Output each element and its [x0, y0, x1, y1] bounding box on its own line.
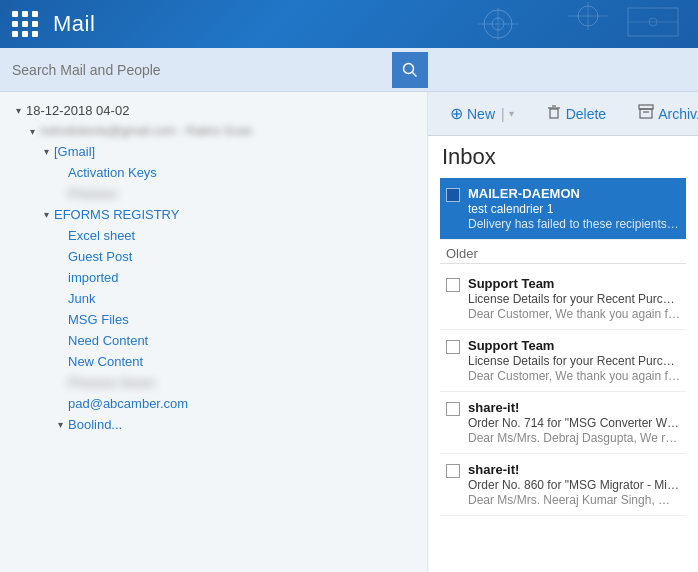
chevron-collapse-icon: ▾	[10, 105, 26, 116]
mail-preview-2: Dear Ms/Mrs. Debraj Dasgupta, We receive…	[468, 431, 680, 445]
delete-button[interactable]: Delete	[540, 100, 612, 127]
mail-subject: test calendrier 1	[468, 202, 680, 216]
section-label-older: Older	[440, 240, 686, 264]
svg-line-11	[413, 72, 417, 76]
new-dropdown-icon[interactable]: |	[501, 106, 505, 122]
mail-preview-1: Dear Customer, We thank you again for ch…	[468, 369, 680, 383]
date-group[interactable]: ▾ 18-12-2018 04-02	[0, 100, 427, 121]
mail-checkbox-2[interactable]	[446, 402, 460, 416]
search-input[interactable]	[12, 62, 392, 78]
svg-rect-12	[550, 109, 558, 118]
toolbar: ⊕ New | ▾ Delete Archiv...	[428, 92, 698, 136]
mail-subject-2: Order No. 714 for "MSG Converter Wizard …	[468, 416, 680, 430]
right-panel: ⊕ New | ▾ Delete Archiv... Inbo	[428, 92, 698, 572]
mail-item-selected[interactable]: MAILER-DAEMON test calendrier 1 Delivery…	[440, 178, 686, 240]
mail-checkbox-0[interactable]	[446, 278, 460, 292]
mail-from-2: share-it!	[468, 400, 680, 415]
folder-need-content[interactable]: Need Content	[0, 330, 427, 351]
mail-from-0: Support Team	[468, 276, 680, 291]
mail-checkbox-1[interactable]	[446, 340, 460, 354]
app-title: Mail	[53, 11, 95, 37]
delete-icon	[546, 104, 562, 123]
mail-item-1[interactable]: Support Team License Details for your Re…	[440, 330, 686, 392]
folder-imported[interactable]: imported	[0, 267, 427, 288]
search-bar	[0, 48, 698, 92]
plus-icon: ⊕	[450, 104, 463, 123]
new-button[interactable]: ⊕ New | ▾	[444, 100, 520, 127]
mail-preview-0: Dear Customer, We thank you again for ch…	[468, 307, 680, 321]
mail-from: MAILER-DAEMON	[468, 186, 680, 201]
mail-item-2[interactable]: share-it! Order No. 714 for "MSG Convert…	[440, 392, 686, 454]
mail-content: MAILER-DAEMON test calendrier 1 Delivery…	[468, 186, 680, 231]
mail-subject-3: Order No. 860 for "MSG Migrator - Migrat…	[468, 478, 680, 492]
mail-checkbox-3[interactable]	[446, 464, 460, 478]
gmail-root-folder[interactable]: ▾ [Gmail]	[0, 141, 427, 162]
chevron-collapse-icon: ▾	[24, 126, 40, 137]
folder-blurred-1[interactable]: Prioxxxx	[0, 183, 427, 204]
account-item[interactable]: ▾ nstrodules4a@gmail.com - Ratins Guse	[0, 121, 427, 141]
folder-new-content[interactable]: New Content	[0, 351, 427, 372]
top-bar: Mail	[0, 0, 698, 48]
folder-boolind[interactable]: ▾ Boolind...	[0, 414, 427, 435]
archive-button[interactable]: Archiv...	[632, 100, 698, 127]
mail-item-0[interactable]: Support Team License Details for your Re…	[440, 268, 686, 330]
main-layout: ▾ 18-12-2018 04-02 ▾ nstrodules4a@gmail.…	[0, 92, 698, 572]
folder-eforms-registry[interactable]: ▾ EFORMS REGISTRY	[0, 204, 427, 225]
mail-subject-0: License Details for your Recent Purchase…	[468, 292, 680, 306]
mail-from-3: share-it!	[468, 462, 680, 477]
folder-excel-sheet[interactable]: Excel sheet	[0, 225, 427, 246]
search-button[interactable]	[392, 52, 428, 88]
inbox-title: Inbox	[440, 144, 686, 170]
mail-subject-1: License Details for your Recent Purchase…	[468, 354, 680, 368]
mail-preview: Delivery has failed to these recipients …	[468, 217, 680, 231]
archive-icon	[638, 104, 654, 123]
apps-icon[interactable]	[12, 11, 39, 38]
folder-pad-email[interactable]: pad@abcamber.com	[0, 393, 427, 414]
svg-point-10	[404, 63, 414, 73]
mail-preview-3: Dear Ms/Mrs. Neeraj Kumar Singh, We rece…	[468, 493, 680, 507]
sidebar: ▾ 18-12-2018 04-02 ▾ nstrodules4a@gmail.…	[0, 92, 428, 572]
folder-junk[interactable]: Junk	[0, 288, 427, 309]
folder-guest-post[interactable]: Guest Post	[0, 246, 427, 267]
chevron-collapse-icon: ▾	[38, 146, 54, 157]
folder-msg-files[interactable]: MSG Files	[0, 309, 427, 330]
chevron-collapse-icon: ▾	[38, 209, 54, 220]
mail-checkbox[interactable]	[446, 188, 460, 202]
folder-blurred-2[interactable]: Prixxxxx Sxxxx	[0, 372, 427, 393]
mail-item-3[interactable]: share-it! Order No. 860 for "MSG Migrato…	[440, 454, 686, 516]
folder-activation-keys[interactable]: Activation Keys	[0, 162, 427, 183]
mail-from-1: Support Team	[468, 338, 680, 353]
svg-rect-16	[640, 109, 652, 118]
chevron-expand-icon: ▾	[52, 419, 68, 430]
inbox-area: Inbox MAILER-DAEMON test calendrier 1 De…	[428, 136, 698, 572]
